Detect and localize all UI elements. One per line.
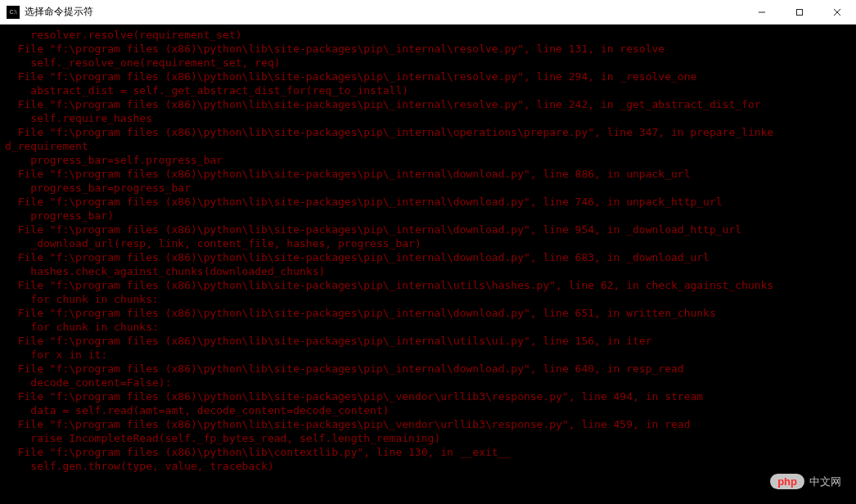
watermark: php 中文网 bbox=[770, 474, 841, 489]
window-title: 选择命令提示符 bbox=[25, 5, 93, 19]
svg-rect-1 bbox=[797, 9, 803, 15]
terminal-line: self.require_hashes bbox=[5, 111, 851, 125]
terminal-line: File "f:\program files (x86)\python\lib\… bbox=[5, 417, 851, 431]
terminal-output[interactable]: resolver.resolve(requirement_set) File "… bbox=[0, 25, 856, 476]
maximize-button[interactable] bbox=[781, 0, 818, 24]
terminal-line: File "f:\program files (x86)\python\lib\… bbox=[5, 389, 851, 403]
window-controls bbox=[743, 0, 856, 24]
terminal-line: File "f:\program files (x86)\python\lib\… bbox=[5, 334, 851, 348]
terminal-line: hashes.check_against_chunks(downloaded_c… bbox=[5, 264, 851, 278]
terminal-line: File "f:\program files (x86)\python\lib\… bbox=[5, 250, 851, 264]
terminal-line: resolver.resolve(requirement_set) bbox=[5, 28, 851, 42]
terminal-line: progress_bar=self.progress_bar bbox=[5, 153, 851, 167]
terminal-line: File "f:\program files (x86)\python\lib\… bbox=[5, 42, 851, 56]
terminal-line: abstract_dist = self._get_abstract_dist_… bbox=[5, 83, 851, 97]
cmd-icon bbox=[7, 6, 20, 19]
terminal-line: for chunk in chunks: bbox=[5, 320, 851, 334]
close-button[interactable] bbox=[818, 0, 856, 24]
minimize-button[interactable] bbox=[743, 0, 781, 24]
terminal-line: File "f:\program files (x86)\python\lib\… bbox=[5, 445, 851, 459]
terminal-line: data = self.read(amt=amt, decode_content… bbox=[5, 403, 851, 417]
terminal-line: File "f:\program files (x86)\python\lib\… bbox=[5, 306, 851, 320]
terminal-line: self.gen.throw(type, value, traceback) bbox=[5, 459, 851, 473]
watermark-text: 中文网 bbox=[809, 475, 841, 489]
terminal-line: File "f:\program files (x86)\python\lib\… bbox=[5, 167, 851, 181]
terminal-line: File "f:\program files (x86)\python\lib\… bbox=[5, 223, 851, 236]
terminal-line: self._resolve_one(requirement_set, req) bbox=[5, 56, 851, 70]
terminal-line: d_requirement bbox=[5, 139, 851, 153]
terminal-line: for x in it: bbox=[5, 348, 851, 362]
terminal-line: File "f:\program files (x86)\python\lib\… bbox=[5, 195, 851, 209]
terminal-line: File "f:\program files (x86)\python\lib\… bbox=[5, 125, 851, 139]
terminal-line: File "f:\program files (x86)\python\lib\… bbox=[5, 362, 851, 376]
terminal-line: File "f:\program files (x86)\python\lib\… bbox=[5, 70, 851, 83]
terminal-line: File "f:\program files (x86)\python\lib\… bbox=[5, 97, 851, 111]
terminal-line: progress_bar=progress_bar bbox=[5, 181, 851, 195]
titlebar: 选择命令提示符 bbox=[0, 0, 856, 25]
terminal-line: raise IncompleteRead(self._fp_bytes_read… bbox=[5, 431, 851, 445]
terminal-line: decode_content=False): bbox=[5, 376, 851, 389]
terminal-line: File "f:\program files (x86)\python\lib\… bbox=[5, 278, 851, 292]
terminal-line: progress_bar) bbox=[5, 209, 851, 223]
watermark-brand: php bbox=[770, 474, 804, 489]
terminal-line: _download_url(resp, link, content_file, … bbox=[5, 236, 851, 250]
terminal-line: for chunk in chunks: bbox=[5, 292, 851, 306]
